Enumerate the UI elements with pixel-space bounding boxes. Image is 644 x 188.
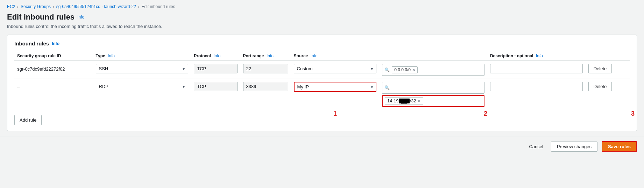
table-row: sgr-0c7dc9efd22272f02 SSH ▼ (14, 61, 630, 79)
cidr-input-area-1[interactable]: 🔍 0.0.0.0/0 ✕ (382, 64, 484, 76)
card-title: Inbound rules (14, 41, 49, 46)
port-input-2 (243, 82, 288, 91)
th-action (586, 51, 630, 61)
page-info-link[interactable]: Info (77, 15, 84, 20)
th-description: Description - optional Info (487, 51, 586, 61)
th-source-info[interactable]: Info (311, 53, 318, 58)
cidr-chip-1: 0.0.0.0/0 ✕ (392, 66, 418, 73)
type-select-2[interactable]: RDP (96, 82, 189, 91)
add-rule-row: Add rule (14, 115, 630, 125)
inbound-rules-card: Inbound rules Info Security group rule I… (7, 35, 637, 131)
description-input-2[interactable] (490, 82, 583, 91)
cidr-chip-2: 14.19██/32 ✕ (385, 97, 423, 104)
protocol-input-2 (194, 82, 237, 91)
th-port-range: Port range Info (240, 51, 291, 61)
cancel-button[interactable]: Cancel (525, 142, 546, 151)
type-select-1[interactable]: SSH (96, 64, 189, 73)
save-rules-button[interactable]: Save rules (602, 141, 637, 152)
page-description: Inbound rules control the incoming traff… (7, 24, 637, 29)
page-title: Edit inbound rules (7, 13, 75, 22)
breadcrumb: EC2 › Security Groups › sg-0a404955f5124… (7, 4, 637, 9)
description-input-1[interactable] (490, 64, 583, 73)
breadcrumb-current: Edit inbound rules (142, 4, 175, 9)
card-header: Inbound rules Info (14, 41, 630, 46)
th-source: Source Info (291, 51, 380, 61)
th-type-info[interactable]: Info (108, 53, 115, 58)
search-icon-2: 🔍 (384, 85, 390, 90)
th-cidr (379, 51, 487, 61)
search-icon-1: 🔍 (384, 67, 390, 72)
annotation-3: 3 (631, 110, 635, 117)
rule-id-2: – (17, 82, 20, 89)
rule-id-1: sgr-0c7dc9efd22272f02 (17, 64, 65, 72)
type-select-wrapper-1: SSH ▼ (96, 64, 189, 73)
source-select-wrapper-2: My IP ▼ (294, 82, 377, 92)
port-input-1 (243, 64, 288, 73)
th-type: Type Info (93, 51, 191, 61)
annotation-1: 1 (333, 110, 337, 117)
breadcrumb-ec2[interactable]: EC2 (7, 4, 15, 9)
th-desc-info[interactable]: Info (536, 53, 543, 58)
source-select-2[interactable]: My IP (294, 82, 377, 92)
cidr-chip-close-1[interactable]: ✕ (412, 68, 415, 72)
type-select-wrapper-2: RDP ▼ (96, 82, 189, 91)
rules-table: Security group rule ID Type Info Protoco… (14, 51, 630, 110)
delete-button-1[interactable]: Delete (588, 64, 612, 73)
delete-button-2[interactable]: Delete (588, 82, 612, 91)
source-select-1[interactable]: Custom (294, 64, 377, 73)
th-protocol: Protocol Info (191, 51, 240, 61)
source-select-wrapper-1: Custom ▼ (294, 64, 377, 73)
th-rule-id: Security group rule ID (14, 51, 93, 61)
breadcrumb-security-groups[interactable]: Security Groups (21, 4, 51, 9)
cidr-search-area-2[interactable]: 🔍 (382, 82, 484, 94)
annotation-2: 2 (484, 110, 487, 117)
cidr-chip-close-2[interactable]: ✕ (418, 99, 421, 103)
add-rule-button[interactable]: Add rule (14, 115, 42, 125)
preview-changes-button[interactable]: Preview changes (551, 142, 597, 152)
footer: Cancel Preview changes Save rules (0, 137, 644, 156)
card-info-link[interactable]: Info (52, 41, 59, 46)
cidr-chip-area-2[interactable]: 14.19██/32 ✕ (382, 95, 484, 107)
th-protocol-info[interactable]: Info (213, 53, 220, 58)
th-port-info[interactable]: Info (267, 53, 274, 58)
table-row: – RDP ▼ (14, 79, 630, 110)
breadcrumb-sg-id[interactable]: sg-0a404955f5124b1cd - launch-wizard-22 (56, 4, 136, 9)
protocol-input-1 (194, 64, 237, 73)
